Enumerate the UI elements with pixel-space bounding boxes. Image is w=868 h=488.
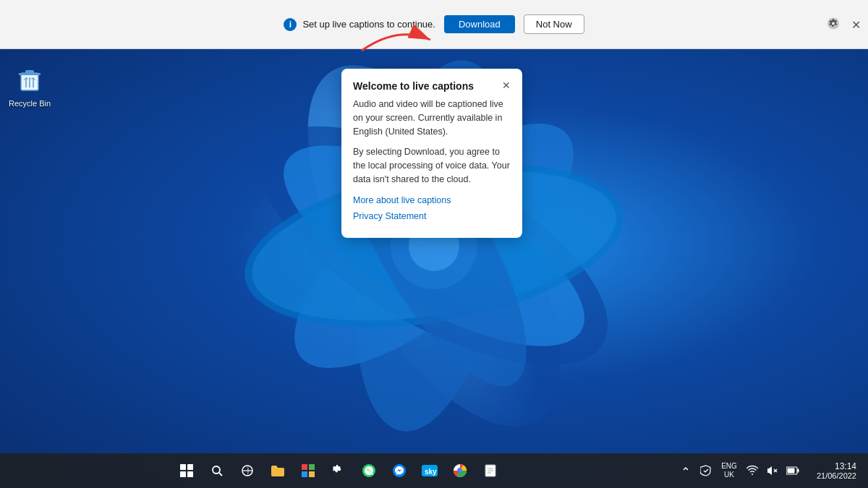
notepad-button[interactable] [477, 458, 503, 484]
popup-body: Audio and video will be captioned live o… [353, 98, 511, 223]
settings-button[interactable] [827, 17, 839, 31]
recycle-bin-label: Recycle Bin [9, 99, 51, 108]
privacy-statement-link[interactable]: Privacy Statement [353, 210, 511, 223]
store-button[interactable] [295, 458, 321, 484]
info-icon: i [284, 18, 297, 31]
svg-rect-28 [309, 471, 315, 477]
welcome-popup: Welcome to live captions ✕ Audio and vid… [341, 69, 522, 238]
svg-rect-19 [180, 471, 186, 477]
chrome-button[interactable] [447, 458, 473, 484]
svg-rect-26 [309, 464, 315, 470]
svg-point-30 [393, 464, 406, 477]
tray-chevron[interactable] [677, 462, 694, 479]
clock-time: 13:14 [835, 461, 856, 471]
security-tray-icon[interactable] [697, 462, 715, 479]
wifi-tray-icon[interactable] [744, 462, 761, 479]
popup-line1: Audio and video will be captioned live o… [353, 98, 511, 138]
recycle-bin[interactable]: Recycle Bin [9, 61, 51, 108]
language-indicator[interactable]: ENG UK [718, 462, 741, 479]
svg-rect-43 [798, 469, 799, 473]
volume-tray-icon[interactable] [764, 462, 781, 479]
svg-point-21 [213, 466, 220, 474]
battery-tray-icon[interactable] [784, 462, 801, 479]
file-explorer-button[interactable] [265, 458, 291, 484]
svg-rect-18 [187, 464, 193, 470]
clock-date: 21/06/2022 [817, 471, 856, 480]
popup-header: Welcome to live captions ✕ [353, 80, 511, 92]
download-button[interactable]: Download [444, 15, 515, 33]
more-about-link[interactable]: More about live captions [353, 194, 511, 207]
svg-rect-44 [788, 468, 795, 474]
svg-line-22 [219, 473, 222, 476]
close-button[interactable]: ✕ [851, 17, 861, 31]
svg-rect-13 [19, 73, 41, 75]
clock-area[interactable]: 13:14 21/06/2022 [804, 461, 862, 480]
start-button[interactable] [174, 458, 200, 484]
svg-rect-20 [187, 471, 193, 477]
settings-taskbar-button[interactable] [326, 458, 352, 484]
messenger-button[interactable] [386, 458, 412, 484]
svg-point-35 [458, 468, 462, 473]
red-arrow [354, 22, 441, 61]
whatsapp-button[interactable] [356, 458, 382, 484]
popup-close-button[interactable]: ✕ [502, 80, 511, 90]
region-label: UK [724, 471, 734, 479]
taskbar-center: sky [0, 458, 677, 484]
svg-rect-25 [302, 464, 307, 470]
not-now-button[interactable]: Not Now [524, 14, 584, 34]
recycle-bin-icon [12, 61, 47, 96]
popup-title: Welcome to live captions [353, 80, 474, 92]
svg-rect-17 [180, 464, 186, 470]
sky-button[interactable]: sky [417, 458, 443, 484]
search-button[interactable] [204, 458, 230, 484]
svg-rect-27 [302, 471, 307, 477]
svg-text:sky: sky [425, 468, 437, 476]
lang-label: ENG [721, 462, 737, 471]
popup-line2: By selecting Download, you agree to the … [353, 145, 511, 186]
taskbar-right: ENG UK [677, 461, 868, 480]
desktop: i Set up live captions to continue. Down… [0, 0, 868, 488]
taskbar: sky [0, 453, 868, 488]
widgets-button[interactable] [234, 458, 260, 484]
